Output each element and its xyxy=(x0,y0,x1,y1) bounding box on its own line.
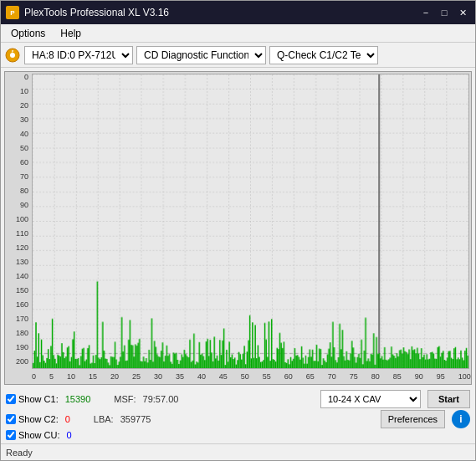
y-axis-label: 200 xyxy=(7,358,30,366)
test-select[interactable]: Q-Check C1/C2 Test xyxy=(269,46,378,64)
y-axis-label: 60 xyxy=(7,159,30,166)
c1-value: 15390 xyxy=(65,394,91,404)
y-axis-label: 160 xyxy=(7,301,30,309)
y-axis-label: 110 xyxy=(7,230,30,238)
x-axis-label: 65 xyxy=(306,372,315,381)
app-icon: P xyxy=(6,6,19,19)
y-axis-label: 190 xyxy=(7,344,30,351)
start-button[interactable]: Start xyxy=(427,390,470,408)
x-axis-label: 5 xyxy=(49,372,54,381)
chart-area: 2001901801701601501401301201101009080706… xyxy=(4,71,472,385)
status-panel: Show C1: 15390 MSF: 79:57.00 10-24 X CAV… xyxy=(1,388,475,443)
x-axis-label: 20 xyxy=(110,372,119,381)
x-axis-label: 10 xyxy=(67,372,75,381)
cu-value: 0 xyxy=(67,430,72,440)
y-axis-label: 30 xyxy=(7,116,30,124)
x-axis-label: 25 xyxy=(132,372,141,381)
window-controls: − □ ✕ xyxy=(418,6,470,19)
x-axis-label: 0 xyxy=(32,372,36,381)
y-axis-label: 150 xyxy=(7,287,30,295)
x-axis-label: 45 xyxy=(219,372,228,381)
lba-label: LBA: xyxy=(94,414,114,424)
drive-select[interactable]: HA:8 ID:0 PX-712UF xyxy=(24,46,133,64)
y-axis-label: 40 xyxy=(7,131,30,138)
x-axis: 0510152025303540455055606570758085909510… xyxy=(32,369,471,384)
x-axis-label: 15 xyxy=(89,372,97,381)
x-axis-label: 30 xyxy=(154,372,162,381)
title-bar: P PlexTools Professional XL V3.16 − □ ✕ xyxy=(1,1,475,24)
show-c2-checkbox[interactable] xyxy=(6,414,16,424)
y-axis-label: 130 xyxy=(7,259,30,266)
info-button[interactable]: i xyxy=(452,410,470,428)
chart-canvas xyxy=(33,74,468,368)
c2-value: 0 xyxy=(65,414,70,424)
x-axis-label: 95 xyxy=(437,372,445,381)
y-axis-label: 70 xyxy=(7,173,30,181)
x-axis-label: 35 xyxy=(176,372,184,381)
y-axis: 2001901801701601501401301201101009080706… xyxy=(5,72,32,367)
menu-bar: Options Help xyxy=(1,24,475,43)
preferences-button[interactable]: Preferences xyxy=(381,410,445,428)
show-cu-checkbox[interactable] xyxy=(6,430,16,440)
x-axis-label: 70 xyxy=(328,372,336,381)
x-axis-label: 100 xyxy=(458,372,471,381)
y-axis-label: 0 xyxy=(7,74,30,81)
x-axis-label: 85 xyxy=(393,372,402,381)
y-axis-label: 120 xyxy=(7,244,30,252)
close-button[interactable]: ✕ xyxy=(455,6,470,19)
main-window: P PlexTools Professional XL V3.16 − □ ✕ … xyxy=(0,0,476,461)
window-title: PlexTools Professional XL V3.16 xyxy=(24,7,418,18)
y-axis-label: 50 xyxy=(7,145,30,152)
x-axis-label: 80 xyxy=(371,372,380,381)
status-row-2: Show C2: 0 LBA: 359775 Preferences i xyxy=(6,410,470,428)
status-row-1: Show C1: 15390 MSF: 79:57.00 10-24 X CAV… xyxy=(6,390,470,408)
svg-text:P: P xyxy=(12,49,14,54)
x-axis-label: 40 xyxy=(197,372,206,381)
x-axis-label: 75 xyxy=(350,372,358,381)
menu-options[interactable]: Options xyxy=(4,26,52,41)
x-axis-label: 50 xyxy=(241,372,249,381)
toolbar: P HA:8 ID:0 PX-712UF CD Diagnostic Funct… xyxy=(1,43,475,68)
msf-label: MSF: xyxy=(114,394,136,404)
menu-help[interactable]: Help xyxy=(54,26,88,41)
y-axis-label: 100 xyxy=(7,216,30,223)
lba-value: 359775 xyxy=(120,414,151,424)
y-axis-label: 180 xyxy=(7,330,30,337)
y-axis-label: 170 xyxy=(7,315,30,323)
status-text: Ready xyxy=(6,448,33,458)
speed-select[interactable]: 10-24 X CAV xyxy=(320,390,421,408)
chart-plot xyxy=(32,74,469,369)
show-c1-label: Show C1: xyxy=(6,394,59,404)
x-axis-label: 55 xyxy=(263,372,271,381)
y-axis-label: 140 xyxy=(7,273,30,280)
drive-icon: P xyxy=(4,47,21,64)
y-axis-label: 20 xyxy=(7,102,30,110)
status-row-3: Show CU: 0 xyxy=(6,430,470,440)
function-select[interactable]: CD Diagnostic Functions xyxy=(136,46,266,64)
show-cu-label: Show CU: xyxy=(6,430,60,440)
status-bar: Ready xyxy=(1,443,475,460)
x-axis-label: 90 xyxy=(415,372,423,381)
x-axis-label: 60 xyxy=(284,372,293,381)
y-axis-label: 90 xyxy=(7,202,30,209)
y-axis-label: 80 xyxy=(7,187,30,195)
maximize-button[interactable]: □ xyxy=(437,6,452,19)
msf-value: 79:57.00 xyxy=(143,394,179,404)
y-axis-label: 10 xyxy=(7,88,30,95)
minimize-button[interactable]: − xyxy=(418,6,433,19)
show-c2-label: Show C2: xyxy=(6,414,59,424)
show-c1-checkbox[interactable] xyxy=(6,394,16,404)
